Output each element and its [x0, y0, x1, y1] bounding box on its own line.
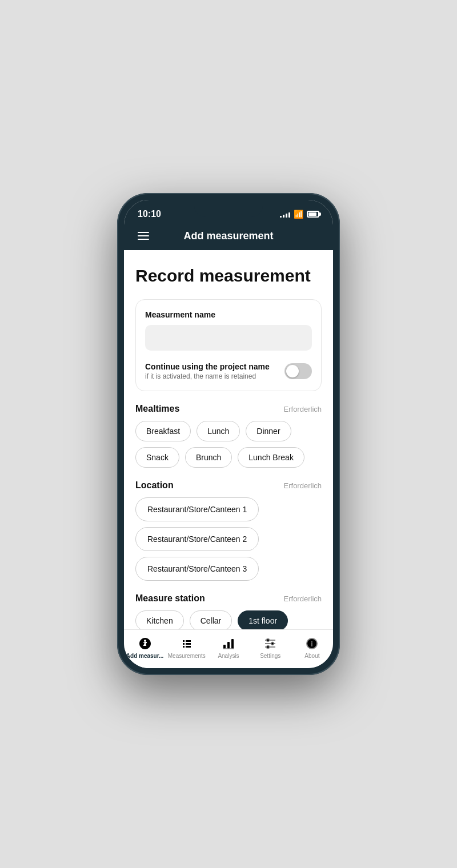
phone-screen: 10:10 📶 Add measurement [124, 200, 333, 668]
measurements-icon [180, 637, 194, 650]
status-icons: 📶 [280, 210, 319, 219]
toggle-row: Continue using the project name if it is… [145, 360, 312, 380]
menu-button[interactable] [135, 230, 151, 242]
location-chips: Restaurant/Store/Canteen 1 Restaurant/St… [135, 497, 322, 581]
battery-icon [307, 211, 319, 218]
settings-icon [263, 637, 277, 650]
nav-label-about: About [304, 653, 319, 659]
measure-station-label: Measure station [135, 593, 205, 604]
wifi-icon: 📶 [294, 210, 303, 219]
nav-item-settings[interactable]: Settings [250, 634, 291, 661]
chip-canteen-2[interactable]: Restaurant/Store/Canteen 2 [135, 527, 259, 551]
svg-rect-0 [223, 645, 226, 649]
chip-brunch[interactable]: Brunch [185, 447, 232, 468]
chip-dinner[interactable]: Dinner [246, 421, 291, 441]
bottom-nav: Add measur... Measurements Analysis [124, 629, 333, 668]
status-time: 10:10 [138, 209, 161, 219]
measurement-name-input[interactable] [145, 325, 312, 351]
nav-label-measurements: Measurements [168, 653, 206, 659]
measure-station-chips: Kitchen Cellar 1st floor [135, 610, 322, 629]
project-name-toggle[interactable] [284, 363, 312, 379]
chip-breakfast[interactable]: Breakfast [135, 421, 191, 441]
form-card: Measurment name Continue using the proje… [135, 299, 322, 391]
page-title: Record measurement [135, 266, 322, 286]
nav-label-add: Add measur... [126, 653, 164, 659]
main-content: Record measurement Measurment name Conti… [124, 250, 333, 629]
measure-station-required: Erforderlich [284, 594, 322, 603]
svg-rect-2 [231, 639, 234, 649]
measurement-name-label: Measurment name [145, 310, 312, 319]
toggle-subtitle: if it is activated, the name is retained [145, 372, 278, 380]
chip-canteen-3[interactable]: Restaurant/Store/Canteen 3 [135, 557, 259, 581]
top-nav: Add measurement [124, 224, 333, 250]
nav-label-analysis: Analysis [218, 653, 239, 659]
nav-title: Add measurement [151, 230, 306, 242]
mealtimes-label: Mealtimes [135, 404, 179, 414]
add-measurement-icon [138, 637, 152, 650]
chip-kitchen[interactable]: Kitchen [135, 610, 184, 629]
mealtimes-chips: Breakfast Lunch Dinner Snack Brunch Lunc… [135, 421, 322, 468]
mealtimes-required: Erforderlich [284, 405, 322, 413]
location-section: Location Erforderlich Restaurant/Store/C… [135, 480, 322, 581]
nav-item-about[interactable]: i About [291, 634, 333, 661]
location-required: Erforderlich [284, 481, 322, 490]
about-icon: i [305, 637, 319, 650]
svg-point-8 [271, 642, 274, 645]
nav-label-settings: Settings [260, 653, 280, 659]
nav-item-analysis[interactable]: Analysis [207, 634, 249, 661]
signal-icon [280, 211, 290, 218]
analysis-icon [222, 637, 235, 650]
location-label: Location [135, 480, 174, 491]
svg-rect-1 [227, 642, 230, 649]
chip-1st-floor[interactable]: 1st floor [238, 610, 288, 629]
svg-text:i: i [311, 640, 313, 648]
phone-frame: 10:10 📶 Add measurement [117, 193, 340, 675]
measure-station-section: Measure station Erforderlich Kitchen Cel… [135, 593, 322, 629]
svg-point-9 [267, 646, 270, 649]
notch [194, 200, 263, 217]
chip-lunch[interactable]: Lunch [197, 421, 240, 441]
toggle-title: Continue using the project name [145, 362, 278, 371]
chip-cellar[interactable]: Cellar [190, 610, 232, 629]
svg-point-7 [267, 639, 270, 642]
chip-snack[interactable]: Snack [135, 447, 179, 468]
mealtimes-section: Mealtimes Erforderlich Breakfast Lunch D… [135, 404, 322, 468]
chip-canteen-1[interactable]: Restaurant/Store/Canteen 1 [135, 497, 259, 521]
chip-lunch-break[interactable]: Lunch Break [238, 447, 304, 468]
nav-item-measurements[interactable]: Measurements [166, 634, 207, 661]
nav-item-add[interactable]: Add measur... [124, 634, 166, 661]
